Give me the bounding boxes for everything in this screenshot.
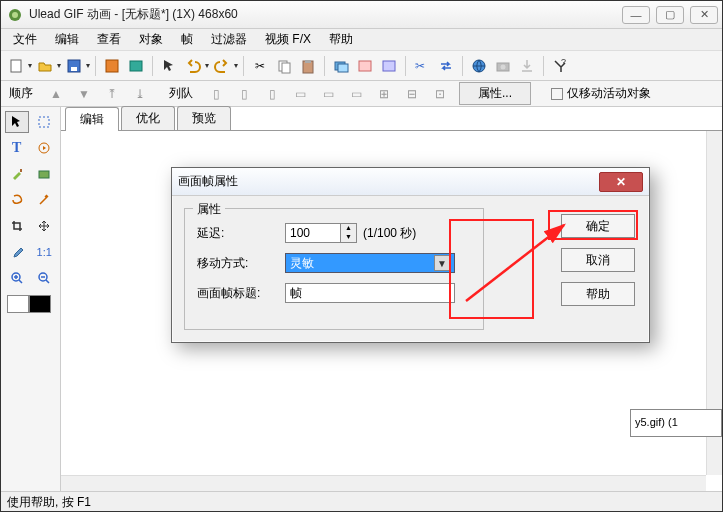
tab-optimize[interactable]: 优化	[121, 106, 175, 130]
window-titlebar: Ulead GIF 动画 - [无标题*] (1X) 468x60 — ▢ ✕	[1, 1, 722, 29]
text-tool-icon[interactable]: T	[5, 137, 29, 159]
properties-button[interactable]: 属性...	[459, 82, 531, 105]
maximize-button[interactable]: ▢	[656, 6, 684, 24]
zoom-1-1-icon[interactable]: 1:1	[32, 241, 56, 263]
svg-rect-14	[383, 61, 395, 71]
svg-rect-22	[20, 169, 22, 172]
shape-tool-icon[interactable]	[32, 163, 56, 185]
menu-videofx[interactable]: 视频 F/X	[257, 29, 319, 50]
svg-rect-2	[11, 60, 21, 72]
menu-frame[interactable]: 帧	[173, 29, 201, 50]
wand-tool-icon[interactable]	[32, 189, 56, 211]
ok-button[interactable]: 确定	[561, 214, 635, 238]
menu-view[interactable]: 查看	[89, 29, 129, 50]
seq-top-icon[interactable]: ⤒	[103, 85, 121, 103]
select-tool-icon[interactable]	[5, 111, 29, 133]
status-bar: 使用帮助, 按 F1	[1, 491, 722, 511]
menu-edit[interactable]: 编辑	[47, 29, 87, 50]
queue-label: 列队	[169, 85, 193, 102]
fieldset-legend: 属性	[193, 201, 225, 218]
align-center-icon[interactable]: ▯	[235, 85, 253, 103]
svg-rect-23	[39, 171, 49, 178]
delay-spinner[interactable]: ▲▼	[341, 223, 357, 243]
menu-filter[interactable]: 过滤器	[203, 29, 255, 50]
web-icon[interactable]	[468, 55, 490, 77]
dialog-close-button[interactable]: ✕	[599, 172, 643, 192]
move-tool-icon[interactable]	[32, 215, 56, 237]
dist-h-icon[interactable]: ⊞	[375, 85, 393, 103]
color-swatches	[7, 295, 54, 313]
play-tool-icon[interactable]	[32, 137, 56, 159]
frame-properties-dialog: 画面帧属性 ✕ 属性 延迟: 100 ▲▼ (1/100 秒) 移动方式: 灵敏…	[171, 167, 650, 343]
align-left-icon[interactable]: ▯	[207, 85, 225, 103]
wizard-icon[interactable]	[101, 55, 123, 77]
cut-icon[interactable]: ✂	[249, 55, 271, 77]
open-icon[interactable]	[34, 55, 56, 77]
layers-icon[interactable]	[330, 55, 352, 77]
svg-rect-4	[71, 67, 77, 71]
help-icon[interactable]: ?	[549, 55, 571, 77]
undo-icon[interactable]	[182, 55, 204, 77]
move-method-combo[interactable]: 灵敏 ▼	[285, 253, 455, 273]
sequence-label: 顺序	[9, 85, 33, 102]
foreground-swatch[interactable]	[7, 295, 29, 313]
dist-v-icon[interactable]: ⊟	[403, 85, 421, 103]
cancel-button[interactable]: 取消	[561, 248, 635, 272]
save-icon[interactable]	[63, 55, 85, 77]
seq-bottom-icon[interactable]: ⤓	[131, 85, 149, 103]
eyedrop-tool-icon[interactable]	[5, 241, 29, 263]
zoom-in-icon[interactable]	[5, 267, 29, 289]
menu-object[interactable]: 对象	[131, 29, 171, 50]
svg-point-18	[501, 64, 506, 69]
help-button[interactable]: 帮助	[561, 282, 635, 306]
brush-tool-icon[interactable]	[5, 163, 29, 185]
copy-icon[interactable]	[273, 55, 295, 77]
svg-rect-8	[282, 63, 290, 73]
move-active-checkbox[interactable]: 仅移动活动对象	[551, 85, 651, 102]
align-top-icon[interactable]: ▭	[291, 85, 309, 103]
svg-rect-10	[305, 60, 311, 63]
menu-file[interactable]: 文件	[5, 29, 45, 50]
align-mid-icon[interactable]: ▭	[319, 85, 337, 103]
background-swatch[interactable]	[29, 295, 51, 313]
optimize-icon[interactable]	[125, 55, 147, 77]
new-icon[interactable]	[5, 55, 27, 77]
marquee-tool-icon[interactable]	[32, 111, 56, 133]
redo-icon[interactable]	[211, 55, 233, 77]
dialog-title: 画面帧属性	[178, 173, 599, 190]
delay-unit: (1/100 秒)	[363, 225, 416, 242]
svg-point-1	[12, 12, 18, 18]
link-cut-icon[interactable]: ✂	[411, 55, 433, 77]
spacing-icon[interactable]: ⊡	[431, 85, 449, 103]
align-bot-icon[interactable]: ▭	[347, 85, 365, 103]
seq-down-icon[interactable]: ▼	[75, 85, 93, 103]
app-icon	[7, 7, 23, 23]
horizontal-scrollbar[interactable]	[61, 475, 706, 491]
frame-list-icon[interactable]	[378, 55, 400, 77]
frame-title-label: 画面帧标题:	[197, 285, 285, 302]
move-method-value: 灵敏	[290, 255, 314, 272]
dialog-titlebar[interactable]: 画面帧属性 ✕	[172, 168, 649, 196]
menu-bar: 文件 编辑 查看 对象 帧 过滤器 视频 F/X 帮助	[1, 29, 722, 51]
pointer-icon[interactable]	[158, 55, 180, 77]
frame-add-icon[interactable]	[354, 55, 376, 77]
download-icon[interactable]	[516, 55, 538, 77]
main-toolbar: ▾ ▾ ▾ ▾ ▾ ✂ ✂ ?	[1, 51, 722, 81]
swap-icon[interactable]	[435, 55, 457, 77]
seq-up-icon[interactable]: ▲	[47, 85, 65, 103]
delay-input[interactable]: 100	[285, 223, 341, 243]
close-button[interactable]: ✕	[690, 6, 718, 24]
svg-rect-6	[130, 61, 142, 71]
lasso-tool-icon[interactable]	[5, 189, 29, 211]
align-right-icon[interactable]: ▯	[263, 85, 281, 103]
frame-title-input[interactable]: 帧	[285, 283, 455, 303]
camera-icon[interactable]	[492, 55, 514, 77]
tab-preview[interactable]: 预览	[177, 106, 231, 130]
tab-edit[interactable]: 编辑	[65, 107, 119, 131]
zoom-out-icon[interactable]	[32, 267, 56, 289]
crop-tool-icon[interactable]	[5, 215, 29, 237]
paste-icon[interactable]	[297, 55, 319, 77]
svg-rect-13	[359, 61, 371, 71]
minimize-button[interactable]: —	[622, 6, 650, 24]
menu-help[interactable]: 帮助	[321, 29, 361, 50]
